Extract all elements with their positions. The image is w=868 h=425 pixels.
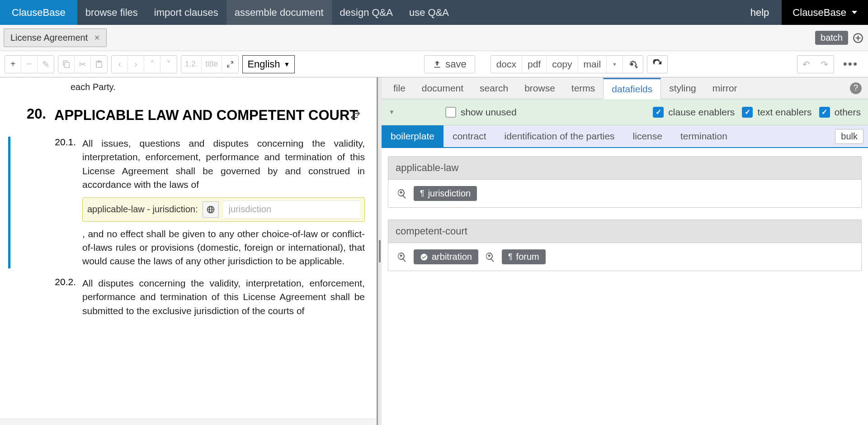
horizontal-scrollbar[interactable] <box>0 419 377 425</box>
zoom-icon[interactable] <box>484 251 496 263</box>
caret-down-icon: ▼ <box>284 61 290 68</box>
help-link[interactable]: help <box>738 0 782 25</box>
undo-button[interactable]: ↶ <box>797 56 816 73</box>
export-pdf[interactable]: pdf <box>522 56 547 73</box>
brand-dropdown[interactable]: ClauseBase <box>782 0 868 25</box>
export-mail[interactable]: mail <box>578 56 607 73</box>
clause-body[interactable]: All disputes concerning the validity, in… <box>82 277 365 318</box>
doc-tab[interactable]: License Agreement ✕ <box>4 29 107 47</box>
pill-arbitration[interactable]: arbitration <box>414 249 478 264</box>
tab-styling[interactable]: styling <box>661 77 704 99</box>
save-button[interactable]: save <box>424 55 475 73</box>
others-toggle[interactable]: others <box>819 107 861 118</box>
tab-browse[interactable]: browse <box>516 77 563 99</box>
right-tabs: file document search browse terms datafi… <box>382 77 868 99</box>
redo-button[interactable]: ↷ <box>816 56 834 73</box>
help-icon[interactable]: ? <box>850 82 862 94</box>
next-button[interactable]: › <box>128 56 144 73</box>
tab-document[interactable]: document <box>414 77 472 99</box>
checkbox-checked[interactable] <box>742 107 753 118</box>
tab-search[interactable]: search <box>472 77 516 99</box>
more-button[interactable]: ••• <box>838 57 863 71</box>
globe-button[interactable] <box>203 201 219 218</box>
refresh-button[interactable] <box>647 55 668 73</box>
clause-text-b: , and no effect shall be given to any ot… <box>82 229 365 267</box>
document-scroll[interactable]: each Party. 20. APPLICABLE LAW AND COMPE… <box>0 77 377 419</box>
right-pane: file document search browse terms datafi… <box>382 77 868 425</box>
clause-enablers-label: clause enablers <box>668 107 735 118</box>
down-button[interactable]: ˅ <box>160 56 177 73</box>
nav-use-qa[interactable]: use Q&A <box>401 0 457 25</box>
clause-enablers-toggle[interactable]: clause enablers <box>653 107 735 118</box>
text-enablers-toggle[interactable]: text enablers <box>742 107 811 118</box>
tab-terms[interactable]: terms <box>563 77 604 99</box>
numbering-button[interactable]: 1.2. <box>181 56 202 73</box>
add-button[interactable]: + <box>5 56 21 73</box>
tab-file[interactable]: file <box>385 77 414 99</box>
show-unused-label: show unused <box>461 107 517 118</box>
pill-label: jurisdiction <box>428 188 471 199</box>
check-circle-icon <box>420 253 428 261</box>
clause-text-a: All issues, questions and disputes conce… <box>82 138 365 190</box>
pilcrow-icon: ¶ <box>420 189 425 198</box>
add-document-button[interactable] <box>852 32 864 44</box>
cat-boilerplate[interactable]: boilerplate <box>382 125 443 147</box>
prev-button[interactable]: ‹ <box>112 56 128 73</box>
cat-termination[interactable]: termination <box>671 125 736 147</box>
pane-splitter[interactable] <box>378 77 382 425</box>
tab-mirror[interactable]: mirror <box>704 77 745 99</box>
export-docx[interactable]: docx <box>491 56 522 73</box>
bulk-button[interactable]: bulk <box>835 129 863 144</box>
export-dropdown[interactable]: ▼ <box>607 56 623 73</box>
pill-forum[interactable]: ¶ forum <box>502 249 546 264</box>
zoom-icon[interactable] <box>396 251 408 263</box>
language-select[interactable]: English ▼ <box>242 55 295 73</box>
collapse-button[interactable] <box>222 56 238 73</box>
globe-icon <box>206 205 215 214</box>
caret-down-icon <box>852 11 857 14</box>
text-enablers-label: text enablers <box>757 107 811 118</box>
cut-button[interactable]: ✂ <box>75 56 91 73</box>
up-button[interactable]: ˄ <box>144 56 160 73</box>
export-copy[interactable]: copy <box>547 56 578 73</box>
upload-icon <box>433 60 442 69</box>
pill-label: arbitration <box>432 252 472 262</box>
checkbox-unchecked[interactable] <box>445 107 456 118</box>
remove-button[interactable]: − <box>21 56 38 73</box>
checkbox-checked[interactable] <box>819 107 830 118</box>
show-unused-toggle[interactable]: show unused <box>445 107 517 118</box>
filter-bar: ▼ show unused clause enablers text enabl… <box>382 99 868 125</box>
df-group-applicable-law: applicable-law ¶ jurisdiction <box>388 156 862 208</box>
nav-browse-files[interactable]: browse files <box>77 0 146 25</box>
edit-button[interactable]: ✎ <box>38 56 54 73</box>
pill-jurisdiction[interactable]: ¶ jurisdiction <box>414 186 477 201</box>
filter-dropdown[interactable]: ▼ <box>389 109 395 115</box>
clause-number: 20.1. <box>52 137 76 148</box>
cat-license[interactable]: license <box>624 125 671 147</box>
language-label: English <box>247 58 280 70</box>
editor-label: applicable-law - jurisdiction: <box>87 203 198 216</box>
close-icon[interactable]: ✕ <box>94 33 100 42</box>
zoom-icon[interactable] <box>396 187 408 200</box>
clause-body[interactable]: All issues, questions and disputes conce… <box>82 137 365 268</box>
tab-datafields[interactable]: datafields <box>603 78 661 99</box>
cat-contract[interactable]: contract <box>443 125 495 147</box>
checkbox-checked[interactable] <box>653 107 664 118</box>
nav-design-qa[interactable]: design Q&A <box>332 0 401 25</box>
save-label: save <box>445 58 466 70</box>
others-label: others <box>835 107 861 118</box>
swap-icon[interactable] <box>349 110 361 123</box>
export-settings[interactable] <box>623 56 643 73</box>
brand-label: ClauseBase <box>793 7 846 19</box>
copy-button[interactable] <box>58 56 75 73</box>
paste-button[interactable] <box>91 56 107 73</box>
document-pane: each Party. 20. APPLICABLE LAW AND COMPE… <box>0 77 378 425</box>
title-button[interactable]: title <box>202 56 222 73</box>
plus-circle-icon <box>852 32 864 44</box>
nav-import-clauses[interactable]: import clauses <box>146 0 226 25</box>
jurisdiction-input[interactable] <box>223 201 360 219</box>
export-group: docx pdf copy mail ▼ <box>491 55 643 73</box>
nav-assemble-document[interactable]: assemble document <box>226 0 332 25</box>
batch-button[interactable]: batch <box>815 31 848 45</box>
cat-identification[interactable]: identification of the parties <box>495 125 624 147</box>
